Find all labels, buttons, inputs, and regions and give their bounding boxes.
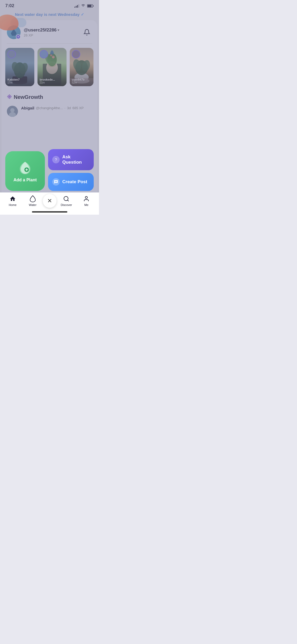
close-icon: ✕ [47, 198, 52, 204]
svg-point-32 [64, 196, 68, 201]
ask-question-icon: ? [52, 156, 60, 163]
home-icon [9, 195, 16, 202]
svg-point-33 [85, 196, 87, 199]
nav-label-home: Home [9, 203, 16, 206]
nav-item-water[interactable]: Water [23, 195, 43, 206]
nav-label-water: Water [29, 203, 36, 206]
nav-label-me: Me [84, 203, 88, 206]
ask-question-button[interactable]: ? Ask Question [48, 149, 94, 170]
add-plant-icon [17, 160, 33, 176]
add-plant-button[interactable]: Add a Plant [5, 151, 45, 191]
nav-label-discover: Discover [61, 203, 72, 206]
create-post-label: Create Post [62, 179, 87, 185]
nav-item-me[interactable]: Me [76, 195, 96, 206]
create-post-icon [52, 178, 60, 186]
ask-question-label: Ask Question [62, 154, 89, 165]
close-button[interactable]: ✕ [43, 194, 56, 208]
create-post-button[interactable]: Create Post [48, 173, 94, 191]
action-menu: Add a Plant ? Ask Question Create Post [5, 149, 94, 191]
nav-item-discover[interactable]: Discover [56, 195, 77, 206]
right-buttons: ? Ask Question Create Post [48, 149, 94, 191]
person-icon [83, 195, 90, 202]
water-drop-icon [29, 195, 36, 202]
home-indicator [32, 211, 67, 213]
search-icon [63, 195, 70, 202]
nav-item-home[interactable]: Home [3, 195, 23, 206]
add-plant-label: Add a Plant [13, 178, 37, 182]
